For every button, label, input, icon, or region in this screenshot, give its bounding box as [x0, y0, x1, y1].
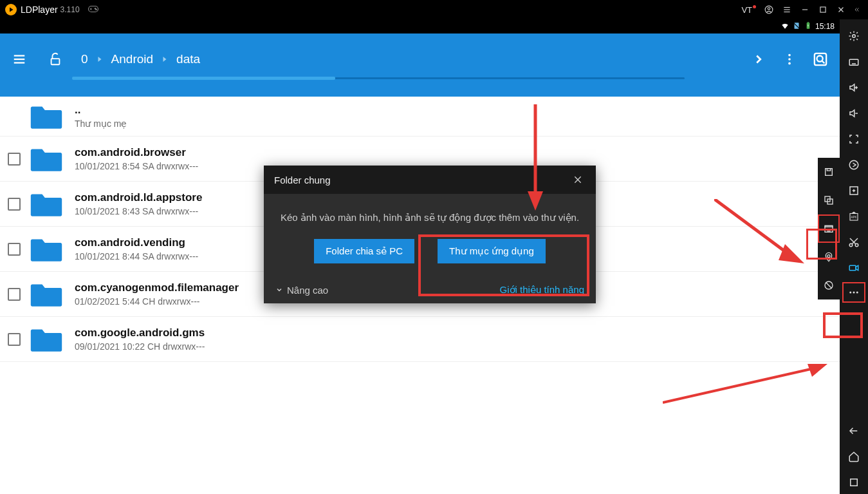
checkbox[interactable]: [8, 243, 21, 256]
recent-apps-icon[interactable]: [842, 471, 865, 494]
hamburger-menu-icon[interactable]: [12, 52, 27, 67]
file-name: com.android.browser: [75, 145, 832, 160]
svg-point-28: [817, 55, 823, 61]
checkbox[interactable]: [8, 333, 21, 346]
svg-rect-11: [820, 7, 826, 12]
close-icon[interactable]: [570, 172, 586, 187]
home-icon[interactable]: [842, 445, 865, 468]
status-time: 15:18: [815, 22, 835, 31]
checkbox[interactable]: [8, 198, 21, 211]
breadcrumb[interactable]: 0 Android data: [81, 52, 739, 66]
no-sim-icon: [792, 21, 801, 32]
svg-point-4: [95, 9, 97, 10]
feature-intro-link[interactable]: Giới thiệu tính năng: [500, 284, 584, 296]
account-icon[interactable]: [760, 1, 778, 19]
breadcrumb-scrollbar[interactable]: [72, 77, 685, 79]
svg-rect-39: [827, 169, 830, 171]
folder-share-pc-button[interactable]: Folder chia sẻ PC: [314, 239, 414, 263]
svg-point-74: [856, 292, 858, 294]
fullscreen-icon[interactable]: [842, 128, 865, 151]
app-folder-button[interactable]: Thư mục ứng dụng: [438, 239, 546, 263]
overflow-menu-icon[interactable]: [782, 52, 797, 67]
svg-point-60: [849, 160, 858, 169]
secondary-toolbar: [818, 158, 840, 299]
ldplayer-logo-icon: [5, 4, 17, 15]
svg-point-3: [95, 8, 96, 10]
svg-marker-22: [98, 57, 101, 62]
svg-rect-49: [849, 59, 858, 65]
apk-icon[interactable]: APK: [842, 205, 865, 228]
back-icon[interactable]: [842, 419, 865, 442]
folder-icon: [27, 144, 66, 174]
checkbox[interactable]: [8, 288, 21, 301]
svg-point-6: [768, 8, 770, 10]
sync-icon[interactable]: [842, 153, 865, 176]
folder-icon: [27, 325, 66, 354]
shared-folder-dialog: Folder chung Kéo ảnh vào màn hình, hình …: [264, 166, 596, 303]
file-meta: Thư mục mẹ: [75, 118, 832, 131]
android-status-bar: 15:18: [0, 19, 840, 33]
svg-marker-23: [163, 57, 167, 62]
svg-rect-43: [825, 225, 833, 227]
svg-rect-75: [851, 479, 858, 486]
svg-point-48: [853, 35, 856, 38]
forward-icon[interactable]: [751, 52, 766, 67]
battery-icon: [804, 21, 813, 32]
svg-text:APK: APK: [851, 216, 856, 219]
add-window-icon[interactable]: [842, 179, 865, 202]
file-meta: 09/01/2021 10:22 CH drwxrwx---: [75, 341, 832, 354]
app-version: 3.110: [60, 5, 80, 14]
svg-line-29: [822, 61, 825, 63]
advanced-toggle[interactable]: Nâng cao: [275, 285, 328, 296]
maximize-icon[interactable]: [814, 1, 832, 19]
file-row[interactable]: com.google.android.gms 09/01/2021 10:22 …: [0, 317, 840, 362]
file-manager-header: 0 Android data: [0, 33, 840, 97]
file-name: com.google.android.gms: [75, 325, 832, 341]
dialog-title: Folder chung: [274, 175, 331, 185]
svg-point-73: [853, 292, 855, 294]
no-location-icon[interactable]: [818, 271, 840, 299]
window-titlebar: LDPlayer 3.110 VT: [0, 0, 868, 19]
volume-up-icon[interactable]: [842, 76, 865, 99]
app-name: LDPlayer: [21, 5, 58, 15]
multi-window-icon[interactable]: [818, 186, 840, 214]
keyboard-icon[interactable]: [842, 50, 865, 73]
svg-point-25: [788, 58, 791, 61]
menu-icon[interactable]: [778, 1, 796, 19]
emulator-toolbar: APK: [840, 19, 868, 494]
folder-icon: [27, 280, 66, 309]
vt-indicator: VT: [741, 5, 752, 15]
svg-marker-71: [856, 265, 858, 271]
svg-marker-58: [850, 110, 854, 117]
svg-marker-55: [850, 84, 854, 91]
dialog-description: Kéo ảnh vào màn hình, hình ảnh sẽ tự độn…: [279, 212, 580, 223]
svg-rect-70: [849, 265, 856, 271]
location-icon[interactable]: [818, 243, 840, 271]
svg-point-26: [788, 62, 791, 64]
svg-line-47: [826, 282, 831, 288]
folder-icon: [27, 189, 66, 219]
cut-icon[interactable]: [842, 231, 865, 254]
parent-folder-row[interactable]: .. Thư mục mẹ: [0, 97, 840, 137]
shared-folder-icon[interactable]: [818, 214, 840, 243]
unlock-icon[interactable]: [48, 52, 63, 67]
folder-icon: [27, 102, 66, 131]
svg-point-72: [849, 292, 851, 294]
close-window-icon[interactable]: [832, 1, 850, 19]
dialog-titlebar: Folder chung: [264, 166, 596, 194]
wifi-icon: [780, 21, 790, 32]
volume-down-icon[interactable]: [842, 102, 865, 125]
svg-rect-21: [51, 59, 60, 64]
record-icon[interactable]: [842, 256, 865, 280]
more-icon[interactable]: [842, 282, 865, 303]
svg-rect-17: [808, 22, 809, 23]
svg-point-45: [827, 255, 830, 258]
folder-icon: [27, 234, 66, 264]
checkbox[interactable]: [8, 153, 21, 166]
search-icon[interactable]: [813, 52, 828, 67]
collapse-toolbar-icon[interactable]: [850, 6, 863, 14]
save-state-icon[interactable]: [818, 158, 840, 186]
minimize-icon[interactable]: [796, 1, 814, 19]
settings-icon[interactable]: [842, 24, 865, 48]
gamepad-icon: [88, 4, 99, 15]
